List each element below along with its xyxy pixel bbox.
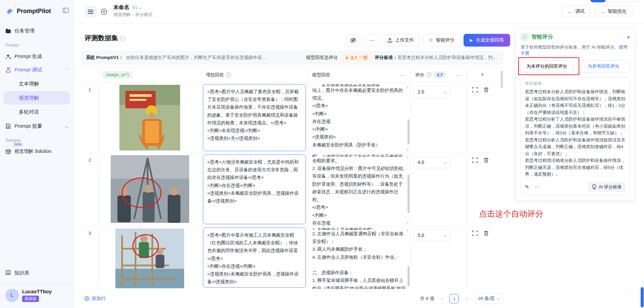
smart-score-button[interactable]: ☆ 智能评分 bbox=[423, 34, 460, 47]
hide-columns-button[interactable] bbox=[347, 34, 359, 46]
score-all-button[interactable]: 为所有回答评分 bbox=[577, 60, 630, 72]
sidebar-item-task-management[interactable]: 任务管理 bbox=[0, 24, 73, 38]
expand-icon[interactable] bbox=[472, 231, 478, 236]
sidebar-item-prompt-batch[interactable]: Prompt 批量 bbox=[0, 119, 73, 133]
back-arrow-icon: ← bbox=[568, 9, 573, 14]
ai-criteria-button[interactable]: AI 评分标准 bbox=[588, 182, 626, 192]
score-column-menu-icon[interactable]: ⋯ bbox=[457, 67, 461, 82]
ideal-answer-cell[interactable]: <思考>图片中显示有施工人员未佩戴安全帽（红色圈注区域的工人未佩戴安全帽）；传绿… bbox=[201, 226, 308, 289]
total-score-badge: ★ 3.7 一般 bbox=[342, 54, 371, 62]
scroll-down-icon[interactable]: ▼ bbox=[406, 221, 409, 225]
sidebar-item-prompt-generate[interactable]: Prompt 生成 bbox=[0, 50, 73, 63]
trash-icon[interactable] bbox=[484, 158, 489, 163]
generate-all-button[interactable]: ▶ 生成全部回答 bbox=[464, 34, 510, 47]
score-select[interactable]: 2.0 bbox=[413, 86, 451, 98]
help-icon: ? bbox=[426, 72, 431, 77]
model-answer-text: 2. 左侧作业人员佩戴普通鸭舌帽（非安全标准安全帽）； 3. 两人均未佩戴防护手… bbox=[312, 230, 406, 289]
sidebar-item-knowledge-base[interactable]: 知识库 bbox=[0, 266, 74, 280]
chevron-down-icon bbox=[444, 90, 447, 94]
plan-badge: 高级版 bbox=[22, 296, 39, 302]
sidebar-item-vision-understanding[interactable]: 视觉理解 bbox=[3, 91, 70, 105]
annotation-text: 点击这个自动评分 bbox=[479, 208, 543, 219]
top-header: 未命名 V1 视觉理解－评分模式 ← 调试 → 智能优化 bbox=[74, 0, 644, 23]
score-select[interactable]: 4.0 bbox=[413, 156, 451, 168]
score-unrated-button[interactable]: 为未评分的回答评分 bbox=[521, 60, 573, 72]
sidebar-item-multiturn-dialog[interactable]: 多轮对话 bbox=[3, 105, 70, 119]
row-actions-cell bbox=[466, 82, 501, 153]
ideal-answer-text[interactable]: <思考>图片中人员佩戴了黄色安全帽，且穿戴了安全防护背心（含安全带类装备）；同时… bbox=[203, 84, 306, 151]
expand-icon[interactable] bbox=[472, 87, 478, 93]
debug-button[interactable]: ← 调试 bbox=[562, 6, 590, 17]
cell-scrollbar[interactable] bbox=[408, 266, 410, 286]
expand-icon[interactable] bbox=[472, 158, 478, 163]
sidebar-section-solution: Solution bbox=[0, 133, 73, 145]
smart-score-panel: ☆ 智能评分 × 基于你对模型回答的评分标准，用于 AI 智能评分。使用手册 为… bbox=[516, 28, 635, 201]
version-label[interactable]: V1 bbox=[132, 5, 138, 10]
play-icon: ▶ bbox=[470, 38, 473, 43]
ideal-answer-text[interactable]: <思考>图片中显示有施工人员未佩戴安全帽（红色圈注区域的工人未佩戴安全帽）；传绿… bbox=[203, 228, 306, 288]
ideal-answer-cell[interactable]: <思考>人物没有佩戴安全帽，尤其是中间的和左边的任务。且设备的使用方式非常危险，… bbox=[201, 153, 308, 226]
scroll-up-icon[interactable]: ▲ bbox=[406, 85, 409, 88]
info-icon[interactable]: i bbox=[120, 36, 125, 41]
model-answer-text: 全帽的要求。 2. 设备操作情况分析：图片中可见砂轮切割机等设备，但未发现明显的… bbox=[312, 157, 406, 226]
trash-icon[interactable] bbox=[484, 87, 489, 93]
column-header-score[interactable]: 评分? 3.7 bbox=[415, 67, 445, 82]
beta-badge: beta bbox=[13, 142, 23, 147]
column-header-model[interactable]: 模型回答 bbox=[312, 67, 330, 82]
next-page-button[interactable]: › bbox=[462, 294, 471, 303]
scroll-up-icon[interactable]: ▲ bbox=[406, 229, 409, 232]
page-size-select[interactable]: 20 条/页 bbox=[474, 293, 503, 304]
row-image-cell[interactable] bbox=[99, 82, 201, 153]
sidebar-collapse-icon[interactable] bbox=[63, 8, 69, 14]
trash-icon[interactable] bbox=[484, 231, 489, 236]
chevron-down-icon[interactable] bbox=[139, 6, 142, 9]
close-icon[interactable]: × bbox=[627, 34, 630, 40]
row-image[interactable] bbox=[119, 85, 180, 150]
smart-score-star-icon: ☆ bbox=[521, 33, 529, 41]
row-image[interactable] bbox=[111, 155, 189, 223]
more-options-button[interactable]: ⋯ bbox=[366, 34, 378, 46]
criteria-text[interactable]: 若思考过程未分析人员防护和设备操作情况，判断错误（如实际存在违规却写不存在违规等… bbox=[525, 88, 626, 178]
scroll-up-icon[interactable]: ▲ bbox=[406, 156, 409, 159]
folder-icon bbox=[5, 28, 11, 34]
optimize-button[interactable]: → 智能优化 bbox=[594, 6, 632, 17]
sidebar-item-prompt-debug[interactable]: Prompt 调试 bbox=[0, 63, 73, 76]
ideal-answer-cell[interactable]: <思考>图片中人员佩戴了黄色安全帽，且穿戴了安全防护背心（含安全带类装备）；同时… bbox=[201, 82, 308, 153]
model-answer-cell[interactable]: 帽，上述情况均违反了安全生产中关于佩戴安 全帽的要求。 2. 设备操作情况分析：… bbox=[308, 153, 411, 226]
ideal-answer-text[interactable]: <思考>人物没有佩戴安全帽，尤其是中间的和左边的任务。且设备的使用方式非常危险，… bbox=[203, 155, 306, 224]
cell-scrollbar[interactable] bbox=[408, 119, 410, 144]
edit-pencil-icon[interactable]: ✎ bbox=[525, 184, 529, 190]
user-account[interactable]: L LucasTTboy 高级版 bbox=[0, 284, 74, 308]
column-header-ideal[interactable]: 理想回答? bbox=[206, 67, 231, 82]
add-column-button[interactable]: + bbox=[481, 67, 484, 82]
menu-icon[interactable] bbox=[85, 6, 97, 18]
add-row-button[interactable]: 添加行 bbox=[85, 296, 106, 302]
cell-scrollbar[interactable] bbox=[408, 175, 410, 213]
add-session-icon[interactable] bbox=[99, 7, 109, 16]
sidebar-item-vision-solution[interactable]: beta 视觉理解 Solution bbox=[0, 145, 73, 158]
column-header-image[interactable]: image_url bbox=[103, 67, 132, 82]
current-page[interactable]: 1 bbox=[449, 294, 459, 303]
prev-page-button[interactable]: ‹ bbox=[437, 294, 446, 303]
sparkles-icon bbox=[5, 54, 11, 59]
upload-file-button[interactable]: 上传文件 bbox=[382, 34, 420, 47]
star-icon: ☆ bbox=[429, 37, 433, 43]
system-prompt-bar[interactable]: 系统 Prompt/V1： 你的任务是根据生产车间的图片，判断生产车间是否存在违… bbox=[81, 51, 503, 64]
toolbar-divider bbox=[363, 37, 363, 44]
model-answer-cell[interactable]: ……未见明显违规操作设备的现象。 综上，图片中存在未佩戴必要安全防护用具的情况。… bbox=[308, 82, 411, 153]
table-scrollbar[interactable] bbox=[501, 71, 503, 88]
scroll-down-icon[interactable]: ▼ bbox=[406, 148, 409, 151]
score-select[interactable]: 5.0 bbox=[413, 229, 451, 241]
criteria-menu-icon[interactable]: ⋯ bbox=[535, 184, 540, 190]
row-image-cell[interactable] bbox=[99, 153, 201, 226]
row-image-cell[interactable] bbox=[99, 226, 201, 289]
row-image[interactable] bbox=[115, 229, 184, 288]
eye-off-icon bbox=[350, 38, 356, 43]
ellipsis-icon: ⋯ bbox=[370, 37, 375, 44]
window-scrollbar-thumb[interactable] bbox=[641, 287, 644, 307]
sidebar-item-text-understanding[interactable]: 文本理解 bbox=[3, 77, 70, 90]
model-answer-cell[interactable]: 1. 右侧作业人员未佩戴安全帽； 2. 左侧作业人员佩戴普通鸭舌帽（非安全标准安… bbox=[308, 226, 411, 289]
criteria-editor[interactable]: 评分标准: 若思考过程未分析人员防护和设备操作情况，判断错误（如实际存在违规却写… bbox=[521, 77, 630, 196]
model-column-menu-icon[interactable]: ⋯ bbox=[400, 67, 405, 82]
bottom-bar: 添加行 共 8 项 ‹ 1 › 20 条/页 bbox=[74, 289, 644, 308]
